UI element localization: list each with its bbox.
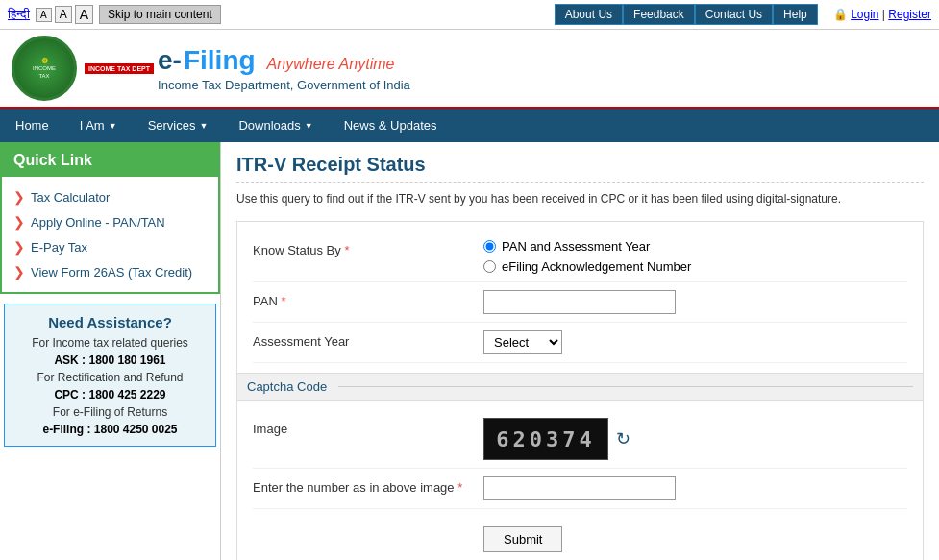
brand-e: e-: [158, 45, 182, 76]
pan-required: *: [281, 294, 285, 308]
captcha-refresh-btn[interactable]: ↻: [616, 428, 630, 450]
register-link[interactable]: Register: [888, 8, 931, 21]
assistance-line3: For e-Filing of Returns: [14, 405, 206, 419]
brand-tagline: Anywhere Anytime: [267, 56, 395, 73]
font-controls: A A A: [36, 5, 93, 24]
know-status-row: Know Status By * PAN and Assessment Year: [253, 231, 907, 282]
submit-spacer: [253, 517, 483, 521]
enter-captcha-label: Enter the number as in above image *: [253, 476, 483, 495]
logo-area: ⚙ INCOMETAX INCOME TAX DEPT: [12, 36, 154, 101]
radio-efiling-label: eFiling Acknowledgement Number: [502, 259, 691, 274]
quick-link-26as[interactable]: ❯ View Form 26AS (Tax Credit): [13, 259, 207, 284]
assessment-year-control: Select 2013-14 2014-15 2015-16: [483, 330, 907, 354]
nav-services[interactable]: Services ▼: [133, 109, 224, 142]
enter-captcha-row: Enter the number as in above image *: [253, 469, 907, 509]
required-star: *: [344, 243, 349, 257]
bullet-icon-2: ❯: [13, 214, 25, 230]
assessment-year-row: Assessment Year Select 2013-14 2014-15 2…: [253, 323, 907, 363]
main-content: Quick Link ❯ Tax Calculator ❯ Apply Onli…: [0, 142, 939, 560]
radio-pan-label: PAN and Assessment Year: [502, 239, 650, 254]
submit-row: Submit: [253, 509, 907, 560]
nav-bar: Home I Am ▼ Services ▼ Downloads ▼ News …: [0, 109, 939, 142]
nav-downloads[interactable]: Downloads ▼: [223, 109, 328, 142]
know-status-controls: PAN and Assessment Year eFiling Acknowle…: [483, 239, 907, 274]
form-body: Know Status By * PAN and Assessment Year: [237, 222, 923, 373]
pan-label: PAN *: [253, 290, 483, 308]
quick-link-label: Tax Calculator: [31, 190, 110, 205]
quick-link-pan-tan[interactable]: ❯ Apply Online - PAN/TAN: [13, 209, 207, 234]
quick-link-label-2: Apply Online - PAN/TAN: [31, 215, 165, 230]
assistance-box: Need Assistance? For Income tax related …: [4, 304, 216, 447]
contact-us-btn[interactable]: Contact Us: [695, 4, 773, 25]
assistance-efiling: e-Filing : 1800 4250 0025: [14, 423, 206, 436]
brand-sub: Income Tax Department, Government of Ind…: [158, 78, 410, 92]
image-label: Image: [253, 418, 483, 436]
i-am-arrow: ▼: [109, 121, 117, 131]
login-link[interactable]: Login: [851, 8, 878, 21]
radio-efiling-ack[interactable]: eFiling Acknowledgement Number: [483, 259, 907, 274]
assistance-line2: For Rectification and Refund: [14, 371, 206, 384]
captcha-input[interactable]: [483, 476, 676, 500]
about-us-btn[interactable]: About Us: [555, 4, 623, 25]
brand-area: e- Filing Anywhere Anytime Income Tax De…: [158, 45, 410, 92]
nav-news-updates[interactable]: News & Updates: [329, 109, 453, 142]
quick-link-box: Quick Link ❯ Tax Calculator ❯ Apply Onli…: [0, 142, 220, 294]
form-section: Know Status By * PAN and Assessment Year: [236, 221, 924, 560]
nav-i-am[interactable]: I Am ▼: [64, 109, 133, 142]
top-bar-right: About Us Feedback Contact Us Help 🔒 Logi…: [555, 4, 931, 25]
quick-link-label-4: View Form 26AS (Tax Credit): [31, 265, 192, 280]
feedback-btn[interactable]: Feedback: [623, 4, 695, 25]
downloads-arrow: ▼: [305, 121, 313, 131]
hindi-link[interactable]: हिन्दी: [8, 7, 30, 22]
top-bar: हिन्दी A A A Skip to main content About …: [0, 0, 939, 30]
login-area: 🔒 Login | Register: [826, 8, 931, 21]
assessment-year-select[interactable]: Select 2013-14 2014-15 2015-16: [483, 330, 562, 354]
submit-btn[interactable]: Submit: [483, 526, 562, 552]
captcha-required: *: [457, 480, 462, 495]
page-title: ITR-V Receipt Status: [236, 154, 924, 183]
nav-home[interactable]: Home: [0, 109, 64, 142]
quick-links: ❯ Tax Calculator ❯ Apply Online - PAN/TA…: [2, 177, 218, 292]
quick-link-tax-calculator[interactable]: ❯ Tax Calculator: [13, 184, 207, 209]
pan-row: PAN *: [253, 282, 907, 323]
quick-link-label-3: E-Pay Tax: [31, 240, 87, 255]
pan-input[interactable]: [483, 290, 676, 314]
know-status-radio-group: PAN and Assessment Year eFiling Acknowle…: [483, 239, 907, 274]
captcha-title: Captcha Code: [247, 379, 327, 394]
radio-pan-input[interactable]: [483, 240, 496, 253]
captcha-image-area: 620374 ↻: [483, 418, 907, 460]
font-large-btn[interactable]: A: [75, 5, 93, 24]
font-small-btn[interactable]: A: [36, 8, 52, 22]
brand-title: e- Filing Anywhere Anytime: [158, 45, 410, 76]
assistance-ask: ASK : 1800 180 1961: [14, 353, 206, 367]
lock-icon: 🔒: [833, 8, 848, 21]
enter-captcha-control: [483, 476, 907, 500]
assistance-title: Need Assistance?: [14, 314, 206, 330]
assistance-cpc: CPC : 1800 425 2229: [14, 388, 206, 402]
services-arrow: ▼: [199, 121, 208, 131]
page-desc: Use this query to find out if the ITR-V …: [236, 192, 924, 206]
quick-link-epay[interactable]: ❯ E-Pay Tax: [13, 234, 207, 259]
brand-filing: Filing: [184, 45, 256, 76]
captcha-image: 620374: [483, 418, 608, 460]
radio-efiling-input[interactable]: [483, 260, 496, 273]
captcha-section-header: Captcha Code: [237, 373, 923, 401]
assistance-line1: For Income tax related queries: [14, 336, 206, 350]
radio-pan-year[interactable]: PAN and Assessment Year: [483, 239, 907, 254]
quick-link-header: Quick Link: [2, 144, 218, 177]
assessment-year-label: Assessment Year: [253, 330, 483, 349]
logo-emblem: ⚙ INCOMETAX: [12, 36, 77, 101]
sidebar: Quick Link ❯ Tax Calculator ❯ Apply Onli…: [0, 142, 221, 560]
help-btn[interactable]: Help: [773, 4, 818, 25]
font-medium-btn[interactable]: A: [55, 6, 72, 23]
bullet-icon: ❯: [13, 189, 25, 205]
bullet-icon-3: ❯: [13, 239, 25, 255]
captcha-divider: [338, 386, 913, 387]
skip-to-main-btn[interactable]: Skip to main content: [99, 5, 221, 24]
submit-control: Submit: [483, 517, 907, 560]
header: ⚙ INCOMETAX INCOME TAX DEPT e- Filing An…: [0, 30, 939, 109]
income-tax-banner: INCOME TAX DEPT: [85, 63, 154, 74]
top-bar-left: हिन्दी A A A Skip to main content: [8, 5, 221, 24]
pan-control: [483, 290, 907, 314]
captcha-form-body: Image 620374 ↻ Enter the number as in ab…: [237, 401, 923, 560]
